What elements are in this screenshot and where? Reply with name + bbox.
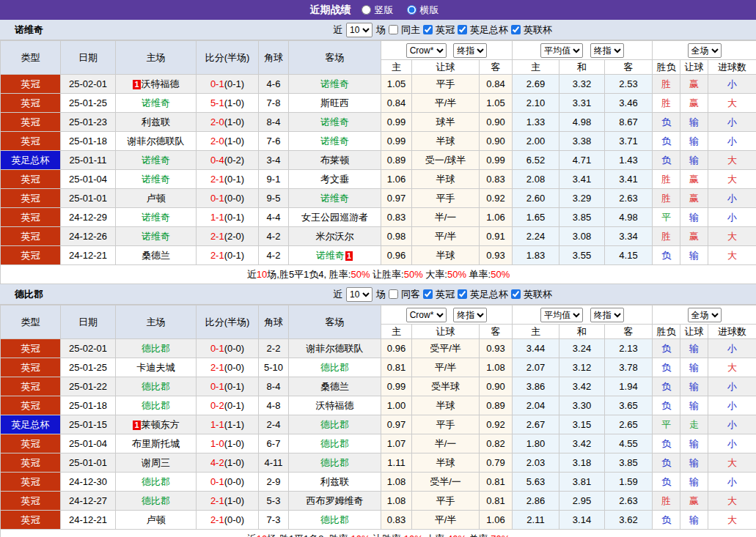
avg-away-odds: 2.63 <box>605 189 653 208</box>
scope-select[interactable]: 全场 <box>688 308 722 322</box>
handicap-line: 半球 <box>412 396 480 415</box>
home-team-cell: 德比郡 <box>116 492 197 511</box>
date-cell: 25-01-04 <box>61 170 116 189</box>
same-venue-checkbox[interactable] <box>389 289 398 299</box>
avg-draw-odds: 4.71 <box>559 151 605 170</box>
league-facup-label: 英足总杯 <box>470 288 508 301</box>
league-championship-checkbox[interactable] <box>423 25 433 34</box>
avg-home-odds: 1.33 <box>513 113 559 132</box>
recent-count-select[interactable]: 10 <box>346 287 373 302</box>
league-facup-checkbox[interactable] <box>458 25 467 34</box>
halftime-score: (0-1) <box>224 400 244 411</box>
avg-away-odds: 4.15 <box>605 246 653 265</box>
avg-draw-odds: 3.81 <box>559 473 605 492</box>
away-team-cell: 诺维奇 <box>289 75 381 94</box>
match-type-cell: 英冠 <box>1 246 61 265</box>
halftime-score: (0-1) <box>224 381 244 392</box>
recent-count-select[interactable]: 10 <box>346 23 373 37</box>
average-select[interactable]: 平均值 <box>540 308 583 322</box>
home-team-name: 布里斯托城 <box>132 438 180 449</box>
col-type: 类型 <box>1 41 61 75</box>
result-cell: 胜 <box>653 75 680 94</box>
away-team-cell: 德比郡 <box>289 511 381 530</box>
scope-selects: 全场 <box>653 305 756 325</box>
vertical-layout-option[interactable]: 竖版 <box>360 4 394 17</box>
league-facup-checkbox[interactable] <box>458 289 467 299</box>
handicap-line: 平手 <box>412 415 480 434</box>
summary-segment: 近 <box>247 533 257 537</box>
result-cell: 平 <box>653 415 680 434</box>
goals-result-cell: 小 <box>708 473 756 492</box>
handicap-line: 半球 <box>412 246 480 265</box>
result-cell: 胜 <box>653 227 680 246</box>
table-row: 英冠 25-02-01 德比郡 0-1(0-0) 2-2 谢菲尔德联队 0.96… <box>1 339 756 358</box>
handicap-away-odds: 0.82 <box>480 434 513 453</box>
fulltime-score: 0-1 <box>210 381 224 392</box>
handicap-home-odds: 0.96 <box>381 246 412 265</box>
halftime-score: (0-1) <box>224 78 244 89</box>
summary-segment: 10% <box>404 533 423 537</box>
away-team-cell: 沃特福德 <box>289 396 381 415</box>
league-eflcup-checkbox[interactable] <box>511 25 521 34</box>
fulltime-score: 1-1 <box>210 212 224 223</box>
handicap-away-odds: 0.89 <box>480 396 513 415</box>
avg-draw-odds: 3.32 <box>559 75 605 94</box>
result-cell: 负 <box>653 434 680 453</box>
halftime-score: (1-0) <box>224 457 244 468</box>
avg-home-odds: 1.83 <box>513 246 559 265</box>
date-cell: 24-12-21 <box>61 246 116 265</box>
average-select[interactable]: 平均值 <box>540 43 583 58</box>
match-type-cell: 英冠 <box>1 75 61 94</box>
horizontal-radio[interactable] <box>407 5 416 15</box>
home-team-cell: 德比郡 <box>116 339 197 358</box>
avg-away-odds: 1.43 <box>605 151 653 170</box>
match-type-cell: 英冠 <box>1 492 61 511</box>
home-team-cell: 诺维奇 <box>116 151 197 170</box>
away-team-cell: 西布罗姆维奇 <box>289 492 381 511</box>
handicap-result-cell: 输 <box>680 208 708 227</box>
odds-company-select[interactable]: Crow* <box>406 43 447 58</box>
match-type-cell: 英冠 <box>1 453 61 473</box>
same-venue-checkbox[interactable] <box>389 25 398 34</box>
vertical-radio[interactable] <box>362 5 371 15</box>
avg-home-odds: 2.10 <box>513 94 559 113</box>
handicap-home-odds: 0.99 <box>381 132 412 151</box>
date-cell: 24-12-21 <box>61 511 116 530</box>
average-kind-select[interactable]: 终指 <box>590 308 624 322</box>
scope-select[interactable]: 全场 <box>688 43 722 58</box>
home-team-name: 利兹联 <box>142 116 170 127</box>
halftime-score: (1-0) <box>224 97 244 108</box>
home-team-cell: 布里斯托城 <box>116 434 197 453</box>
halftime-score: (0-0) <box>224 514 244 525</box>
handicap-away-odds: 1.08 <box>480 358 513 377</box>
handicap-away-odds: 0.83 <box>480 170 513 189</box>
handicap-result-cell: 赢 <box>680 94 708 113</box>
table-row: 英冠 25-01-18 德比郡 0-2(0-1) 4-8 沃特福德 1.00 半… <box>1 396 756 415</box>
fulltime-score: 2-1 <box>210 362 224 373</box>
goals-result-cell: 大 <box>708 227 756 246</box>
handicap-line: 球半 <box>412 113 480 132</box>
results-body: 英冠 25-02-01 德比郡 0-1(0-0) 2-2 谢菲尔德联队 0.96… <box>1 339 756 530</box>
table-row: 英冠 25-01-22 德比郡 0-1(0-1) 8-4 桑德兰 0.99 受半… <box>1 377 756 396</box>
score-cell: 0-2(0-1) <box>197 396 259 415</box>
horizontal-layout-option[interactable]: 横版 <box>405 4 439 17</box>
odds-kind-select[interactable]: 终指 <box>453 308 487 322</box>
score-cell: 1-0(1-0) <box>197 434 259 453</box>
avg-draw-odds: 4.98 <box>559 113 605 132</box>
handicap-selects: Crow* 终指 <box>381 41 513 60</box>
goals-result-cell: 小 <box>708 415 756 434</box>
results-body: 英冠 25-02-01 1沃特福德 0-1(0-1) 4-6 诺维奇 1.05 … <box>1 75 756 265</box>
col-corner: 角球 <box>259 305 289 339</box>
league-eflcup-checkbox[interactable] <box>511 289 521 299</box>
match-type-cell: 英足总杯 <box>1 415 61 434</box>
odds-company-select[interactable]: Crow* <box>406 308 447 322</box>
handicap-home-odds: 0.96 <box>381 339 412 358</box>
score-cell: 0-1(0-1) <box>197 75 259 94</box>
league-championship-checkbox[interactable] <box>423 289 433 299</box>
average-kind-select[interactable]: 终指 <box>590 43 624 58</box>
handicap-result-cell: 走 <box>680 415 708 434</box>
away-team-cell: 布莱顿 <box>289 151 381 170</box>
avg-away-odds: 4.98 <box>605 208 653 227</box>
odds-kind-select[interactable]: 终指 <box>453 43 487 58</box>
table-row: 英冠 25-02-01 1沃特福德 0-1(0-1) 4-6 诺维奇 1.05 … <box>1 75 756 94</box>
